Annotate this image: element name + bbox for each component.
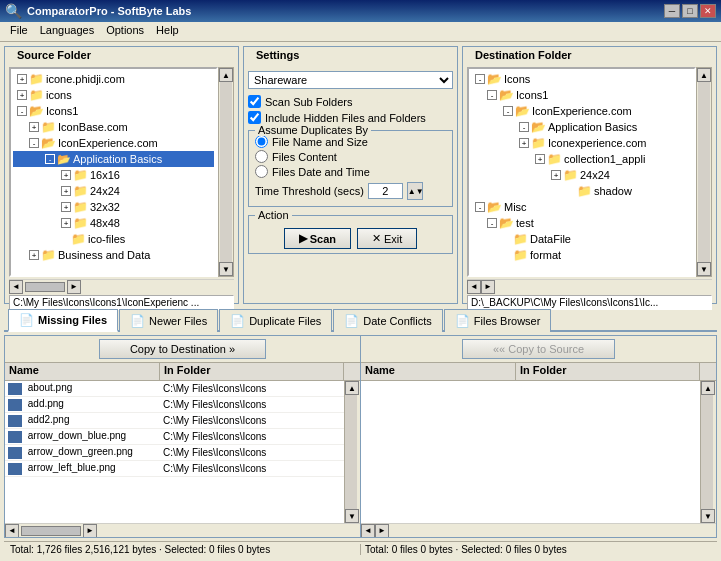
right-list-body[interactable] — [361, 381, 700, 523]
tab-missing-files[interactable]: 📄 Missing Files — [8, 309, 118, 332]
scroll-down-btn[interactable]: ▼ — [219, 262, 233, 276]
scroll-left-btn[interactable]: ◄ — [467, 280, 481, 294]
tree-item[interactable]: + 📁 icone.phidji.com — [13, 71, 214, 87]
include-hidden-checkbox[interactable] — [248, 111, 261, 124]
tree-item[interactable]: - 📂 Application Basics — [471, 119, 692, 135]
tree-item[interactable]: + 📁 16x16 — [13, 167, 214, 183]
dest-tree[interactable]: - 📂 Icons - 📂 Icons1 - 📂 IconExperi — [467, 67, 696, 277]
tree-item[interactable]: 📁 ico-files — [13, 231, 214, 247]
scroll-up-btn[interactable]: ▲ — [219, 68, 233, 82]
exit-button[interactable]: ✕ Exit — [357, 228, 417, 249]
threshold-spin-btn[interactable]: ▲▼ — [407, 182, 423, 200]
scroll-thumb[interactable] — [21, 526, 81, 536]
expand-icon[interactable]: - — [487, 218, 497, 228]
scroll-left-btn[interactable]: ◄ — [5, 524, 19, 538]
list-item[interactable]: arrow_down_green.png C:\My Files\Icons\I… — [5, 445, 344, 461]
left-list-body[interactable]: about.png C:\My Files\Icons\Icons add.pn… — [5, 381, 344, 523]
tree-item[interactable]: - 📂 Icons1 — [13, 103, 214, 119]
expand-icon[interactable]: + — [17, 74, 27, 84]
expand-icon[interactable]: + — [61, 186, 71, 196]
scroll-left-btn[interactable]: ◄ — [9, 280, 23, 294]
list-item[interactable]: add2.png C:\My Files\Icons\Icons — [5, 413, 344, 429]
close-button[interactable]: ✕ — [700, 4, 716, 18]
expand-icon[interactable]: + — [29, 122, 39, 132]
menu-languages[interactable]: Languages — [34, 24, 100, 39]
scroll-left-btn[interactable]: ◄ — [361, 524, 375, 538]
scroll-right-btn[interactable]: ► — [67, 280, 81, 294]
scroll-up-btn[interactable]: ▲ — [701, 381, 715, 395]
scroll-thumb[interactable] — [25, 282, 65, 292]
copy-to-source-button[interactable]: «« Copy to Source — [462, 339, 615, 359]
expand-icon[interactable]: - — [503, 106, 513, 116]
maximize-button[interactable]: □ — [682, 4, 698, 18]
tree-item[interactable]: + 📁 collection1_appli — [471, 151, 692, 167]
tab-duplicate-files[interactable]: 📄 Duplicate Files — [219, 309, 332, 332]
right-hscroll[interactable]: ◄ ► — [361, 523, 716, 537]
scan-sub-folders-checkbox[interactable] — [248, 95, 261, 108]
expand-icon[interactable]: + — [61, 218, 71, 228]
tree-item[interactable]: + 📁 IconBase.com — [13, 119, 214, 135]
scroll-right-btn[interactable]: ► — [375, 524, 389, 538]
tree-item[interactable]: + 📁 32x32 — [13, 199, 214, 215]
tree-item[interactable]: + 📁 48x48 — [13, 215, 214, 231]
scroll-down-btn[interactable]: ▼ — [701, 509, 715, 523]
expand-icon[interactable]: - — [45, 154, 55, 164]
tab-date-conflicts[interactable]: 📄 Date Conflicts — [333, 309, 442, 332]
source-tree[interactable]: + 📁 icone.phidji.com + 📁 icons - 📂 — [9, 67, 218, 277]
tree-item[interactable]: 📁 format — [471, 247, 692, 263]
tree-item[interactable]: + 📁 Business and Data — [13, 247, 214, 263]
tree-item[interactable]: + 📁 24x24 — [13, 183, 214, 199]
copy-to-destination-button[interactable]: Copy to Destination » — [99, 339, 266, 359]
list-item[interactable]: arrow_down_blue.png C:\My Files\Icons\Ic… — [5, 429, 344, 445]
expand-icon[interactable]: - — [17, 106, 27, 116]
right-vscroll[interactable]: ▲ ▼ — [700, 381, 716, 523]
minimize-button[interactable]: ─ — [664, 4, 680, 18]
expand-icon[interactable]: + — [551, 170, 561, 180]
left-vscroll[interactable]: ▲ ▼ — [344, 381, 360, 523]
file-name-size-radio[interactable] — [255, 135, 268, 148]
settings-dropdown[interactable]: Shareware Freeware Commercial — [248, 71, 453, 89]
expand-icon[interactable]: + — [29, 250, 39, 260]
expand-icon[interactable]: - — [475, 74, 485, 84]
tree-item[interactable]: - 📂 IconExperience.com — [13, 135, 214, 151]
dest-tree-vscroll[interactable]: ▲ ▼ — [696, 67, 712, 277]
expand-icon[interactable]: + — [61, 170, 71, 180]
expand-icon[interactable]: + — [17, 90, 27, 100]
scroll-up-btn[interactable]: ▲ — [697, 68, 711, 82]
files-date-time-radio[interactable] — [255, 165, 268, 178]
tree-item[interactable]: - 📂 IconExperience.com — [471, 103, 692, 119]
expand-icon[interactable]: - — [475, 202, 485, 212]
scan-button[interactable]: ▶ Scan — [284, 228, 351, 249]
tree-item[interactable]: - 📂 Icons — [471, 71, 692, 87]
tree-item[interactable]: - 📂 Misc — [471, 199, 692, 215]
threshold-input[interactable] — [368, 183, 403, 199]
tab-files-browser[interactable]: 📄 Files Browser — [444, 309, 552, 332]
tab-newer-files[interactable]: 📄 Newer Files — [119, 309, 218, 332]
scroll-down-btn[interactable]: ▼ — [345, 509, 359, 523]
source-tree-vscroll[interactable]: ▲ ▼ — [218, 67, 234, 277]
tree-item[interactable]: + 📁 24x24 — [471, 167, 692, 183]
menu-help[interactable]: Help — [150, 24, 185, 39]
expand-icon[interactable]: + — [535, 154, 545, 164]
list-item[interactable]: add.png C:\My Files\Icons\Icons — [5, 397, 344, 413]
tree-item[interactable]: - 📂 Icons1 — [471, 87, 692, 103]
menu-options[interactable]: Options — [100, 24, 150, 39]
scroll-down-btn[interactable]: ▼ — [697, 262, 711, 276]
expand-icon[interactable]: + — [519, 138, 529, 148]
scroll-up-btn[interactable]: ▲ — [345, 381, 359, 395]
expand-icon[interactable]: + — [61, 202, 71, 212]
tree-item[interactable]: + 📁 Iconexperience.com — [471, 135, 692, 151]
scroll-right-btn[interactable]: ► — [481, 280, 495, 294]
tree-item[interactable]: - 📂 test — [471, 215, 692, 231]
tree-item-selected[interactable]: - 📂 Application Basics — [13, 151, 214, 167]
tree-item[interactable]: 📁 shadow — [471, 183, 692, 199]
left-hscroll[interactable]: ◄ ► — [5, 523, 360, 537]
expand-icon[interactable]: - — [29, 138, 39, 148]
expand-icon[interactable]: - — [519, 122, 529, 132]
list-item[interactable]: arrow_left_blue.png C:\My Files\Icons\Ic… — [5, 461, 344, 477]
tree-item[interactable]: + 📁 icons — [13, 87, 214, 103]
expand-icon[interactable]: - — [487, 90, 497, 100]
source-hscroll[interactable]: ◄ ► — [9, 279, 234, 293]
scroll-right-btn[interactable]: ► — [83, 524, 97, 538]
files-content-radio[interactable] — [255, 150, 268, 163]
